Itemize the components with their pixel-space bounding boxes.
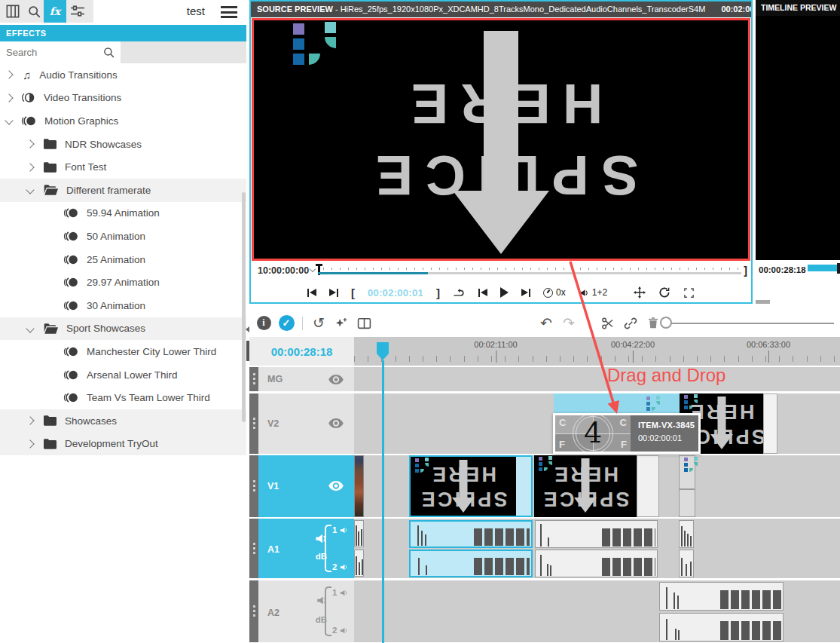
- link-clips-button[interactable]: [619, 314, 642, 333]
- track-v1-header[interactable]: V1: [258, 455, 354, 517]
- settings-tab[interactable]: [66, 0, 89, 23]
- chevron-down-icon[interactable]: [5, 117, 13, 125]
- clip-a1-small[interactable]: [679, 520, 694, 548]
- prev-frame-button[interactable]: [478, 289, 487, 297]
- tree-item-development-tryout[interactable]: Development TryOut: [0, 433, 246, 456]
- track-mg-header[interactable]: MG: [258, 367, 354, 391]
- source-scrubber[interactable]: 10:00:00:00 ]: [252, 262, 750, 281]
- clip-a1-audio[interactable]: [535, 550, 658, 577]
- tree-item-30-animation[interactable]: 30 Animation: [0, 294, 246, 317]
- tree-item-manchester-city-lower-third[interactable]: Manchester City Lower Third: [0, 340, 246, 363]
- effects-tab[interactable]: fx: [44, 0, 66, 23]
- clip-a1-audio-selected[interactable]: [409, 520, 533, 548]
- tree-item-motion-graphics[interactable]: Motion Graphics: [0, 109, 246, 133]
- tree-item-50-animation[interactable]: 50 Animation: [0, 225, 246, 248]
- track-drag-handle[interactable]: [249, 393, 258, 454]
- channel-2-toggle[interactable]: 2: [332, 562, 349, 571]
- clip-v1-filmstrip[interactable]: [354, 455, 364, 517]
- tree-item-different-framerate[interactable]: Different framerate: [0, 179, 246, 202]
- clip-a1-audio-selected[interactable]: [409, 550, 533, 577]
- split-view-button[interactable]: [353, 314, 375, 333]
- redo-button[interactable]: ↷: [557, 314, 580, 333]
- timeline-preview-scrubber[interactable]: 00:00:28:18: [756, 260, 840, 280]
- chevron-right-icon[interactable]: [26, 139, 34, 148]
- clip-a2-audio[interactable]: [659, 613, 783, 641]
- search-input[interactable]: [0, 41, 98, 63]
- clip-a1-small-start[interactable]: [354, 550, 364, 577]
- track-v2-header[interactable]: V2: [258, 393, 354, 454]
- menu-button[interactable]: [221, 6, 237, 21]
- timeline-preview-playhead[interactable]: [837, 263, 840, 274]
- media-bin-tab[interactable]: [2, 0, 24, 23]
- tree-item-2997-animation[interactable]: 29.97 Animation: [0, 271, 246, 294]
- tree-item-sport-showcases[interactable]: Sport Showcases: [0, 317, 246, 341]
- tree-item-font-test[interactable]: Font Test: [0, 155, 246, 179]
- clip-a1-small[interactable]: [679, 550, 694, 577]
- trim-mode-button[interactable]: [634, 286, 646, 299]
- playback-speed-control[interactable]: 0x: [543, 287, 566, 298]
- play-button[interactable]: [500, 287, 509, 298]
- chevron-right-icon[interactable]: [26, 439, 34, 448]
- chevron-right-icon[interactable]: [26, 163, 34, 171]
- chevron-down-icon[interactable]: [310, 266, 316, 272]
- track-drag-handle[interactable]: [249, 519, 258, 578]
- chevron-down-icon[interactable]: [26, 324, 34, 332]
- cut-button[interactable]: [597, 314, 619, 333]
- source-video-viewer[interactable]: SPLICE HERE: [252, 18, 750, 261]
- info-button[interactable]: i: [252, 314, 275, 333]
- search-tab[interactable]: [23, 0, 45, 23]
- track-a2-header[interactable]: A2 dB 1 2: [258, 580, 354, 642]
- channel-1-toggle[interactable]: 1: [332, 588, 349, 597]
- clip-v2-tail[interactable]: [763, 393, 777, 454]
- clip-a1-small-start[interactable]: [354, 520, 364, 547]
- track-mg-lane[interactable]: [354, 367, 840, 391]
- tree-item-audio-transitions[interactable]: ♫ Audio Transitions: [0, 63, 246, 87]
- track-a2-lane[interactable]: [354, 580, 840, 642]
- mark-in-button[interactable]: [: [351, 286, 355, 299]
- eye-icon[interactable]: [328, 481, 344, 491]
- track-a1-header[interactable]: A1 dB 1 2: [258, 519, 354, 578]
- add-effect-button[interactable]: [330, 314, 353, 333]
- channel-1-toggle[interactable]: 1: [332, 525, 349, 534]
- undo-button[interactable]: ↶: [535, 314, 557, 333]
- clip-v1-splice[interactable]: SPLICE HERE: [534, 455, 637, 517]
- timeline-ruler[interactable]: 00:00:28:18 00:02:11:00 00:04:22:00 00:0…: [249, 337, 840, 366]
- tree-item-ndr-showcases[interactable]: NDR Showcases: [0, 133, 246, 156]
- channel-2-toggle[interactable]: 2: [332, 626, 349, 635]
- tree-item-team-vs-team-lower-third[interactable]: Team Vs Team Lower Third: [0, 386, 246, 409]
- track-drag-handle[interactable]: [249, 580, 258, 642]
- goto-in-button[interactable]: [307, 289, 316, 297]
- tree-item-5994-animation[interactable]: 59.94 Animation: [0, 202, 246, 225]
- track-v1-lane[interactable]: SPLICE HERE SPLICE HERE: [354, 455, 840, 517]
- tree-item-video-transitions[interactable]: Video Transitions: [0, 87, 246, 110]
- next-frame-button[interactable]: [521, 289, 530, 297]
- reset-button[interactable]: ↺: [307, 314, 330, 333]
- sync-settings-button[interactable]: [658, 286, 670, 299]
- chevron-right-icon[interactable]: [5, 71, 13, 79]
- clip-a2-audio[interactable]: [659, 582, 783, 611]
- clip-a1-audio[interactable]: [535, 520, 658, 548]
- chevron-right-icon[interactable]: [5, 93, 13, 102]
- approve-button[interactable]: ✓: [275, 314, 298, 333]
- chevron-down-icon[interactable]: [26, 186, 34, 194]
- drag-ghost-clip[interactable]: C C F F 4 ITEM-VX-3845 00:02:00:01: [553, 413, 701, 454]
- tree-item-arsenal-lower-third[interactable]: Arsenal Lower Third: [0, 363, 246, 387]
- tree-item-25-animation[interactable]: 25 Animation: [0, 248, 246, 271]
- sidebar-scrollbar[interactable]: [242, 192, 246, 422]
- fullscreen-button[interactable]: [683, 287, 695, 299]
- horizontal-scrollbar-thumb[interactable]: [756, 300, 770, 304]
- clip-v1-tail[interactable]: [637, 455, 659, 517]
- goto-out-button[interactable]: [329, 289, 338, 297]
- clip-v1-splice-selected[interactable]: SPLICE HERE: [409, 455, 533, 517]
- panel-collapse-arrow[interactable]: [246, 326, 250, 334]
- zoom-slider-knob[interactable]: [660, 317, 672, 329]
- audio-monitor-control[interactable]: 1+2: [579, 287, 607, 298]
- track-drag-handle[interactable]: [249, 455, 258, 517]
- eye-icon[interactable]: [328, 418, 344, 428]
- timeline-zoom-slider[interactable]: [666, 323, 834, 324]
- track-drag-handle[interactable]: [249, 367, 258, 391]
- timeline-preview-viewer[interactable]: [756, 16, 840, 260]
- mark-out-button[interactable]: ]: [436, 286, 440, 299]
- chevron-right-icon[interactable]: [26, 417, 34, 425]
- clip-v1-small[interactable]: [679, 455, 695, 517]
